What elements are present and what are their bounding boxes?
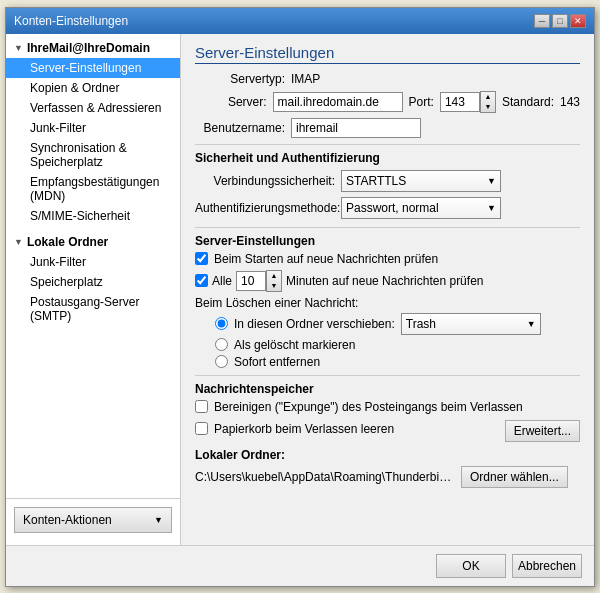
sidebar-item-kopien-ordner[interactable]: Kopien & Ordner <box>6 78 180 98</box>
radio3-label: Sofort entfernen <box>234 355 320 369</box>
verbindung-row: Verbindungssicherheit: STARTTLS ▼ <box>195 170 580 192</box>
sidebar-item-postausgang[interactable]: Postausgang-Server (SMTP) <box>6 292 180 326</box>
sicherheit-title: Sicherheit und Authentifizierung <box>195 151 580 165</box>
nachrichten-title: Nachrichtenspeicher <box>195 382 580 396</box>
sidebar-item-synchronisation[interactable]: Synchronisation & Speicherplatz <box>6 138 180 172</box>
lokaler-label: Lokaler Ordner: <box>195 448 285 462</box>
sidebar-item-smime-sicherheit[interactable]: S/MIME-Sicherheit <box>6 206 180 226</box>
lokale-header: ▼ Lokale Ordner <box>6 232 180 252</box>
trash-select-value: Trash <box>406 317 436 331</box>
radio2-row: Als gelöscht markieren <box>215 338 580 352</box>
benutzer-input[interactable] <box>291 118 421 138</box>
port-input[interactable] <box>440 92 480 112</box>
divider-1 <box>195 144 580 145</box>
server-input[interactable] <box>273 92 403 112</box>
nachrichten-cb2-row: Papierkorb beim Verlassen leeren <box>195 422 394 436</box>
radio1-row: In diesen Ordner verschieben: Trash ▼ <box>215 313 580 335</box>
port-spin-arrows: ▲ ▼ <box>480 91 496 113</box>
servertyp-value: IMAP <box>291 72 320 86</box>
radio1-label: In diesen Ordner verschieben: <box>234 317 395 331</box>
radio3-row: Sofort entfernen <box>215 355 580 369</box>
konten-aktionen-label: Konten-Aktionen <box>23 513 112 527</box>
account-header-label: IhreMail@IhreDomain <box>27 41 150 55</box>
lokale-header-label: Lokale Ordner <box>27 235 108 249</box>
left-panel-bottom: Konten-Aktionen ▼ <box>6 498 180 541</box>
ok-button[interactable]: OK <box>436 554 506 578</box>
checkbox1-row: Beim Starten auf neue Nachrichten prüfen <box>195 252 580 266</box>
trash-dropdown-arrow-icon: ▼ <box>527 319 536 329</box>
konten-aktionen-button[interactable]: Konten-Aktionen ▼ <box>14 507 172 533</box>
radio2-label: Als gelöscht markieren <box>234 338 355 352</box>
close-button[interactable]: ✕ <box>570 14 586 28</box>
abbrechen-button[interactable]: Abbrechen <box>512 554 582 578</box>
minutes-spin-down[interactable]: ▼ <box>267 281 281 291</box>
checkbox1[interactable] <box>195 252 208 265</box>
radio3[interactable] <box>215 355 228 368</box>
minimize-button[interactable]: ─ <box>534 14 550 28</box>
radio2[interactable] <box>215 338 228 351</box>
nachrichten-section: Nachrichtenspeicher Bereinigen ("Expunge… <box>195 382 580 442</box>
sidebar-item-junk-filter[interactable]: Junk-Filter <box>6 118 180 138</box>
account-arrow-icon: ▼ <box>14 43 23 53</box>
ordner-waehlen-button[interactable]: Ordner wählen... <box>461 466 568 488</box>
checkbox2[interactable] <box>195 274 208 287</box>
benutzer-label: Benutzername: <box>195 121 285 135</box>
title-bar-buttons: ─ □ ✕ <box>534 14 586 28</box>
erweitert-button[interactable]: Erweitert... <box>505 420 580 442</box>
divider-3 <box>195 375 580 376</box>
checkbox2-row: Alle ▲ ▼ Minuten auf neue Nachrichten pr… <box>195 270 580 292</box>
window-title: Konten-Einstellungen <box>14 14 128 28</box>
verbindung-dropdown-arrow-icon: ▼ <box>487 176 496 186</box>
radio1[interactable] <box>215 317 228 330</box>
minutes-spin-up[interactable]: ▲ <box>267 271 281 281</box>
port-spinbox: ▲ ▼ <box>440 91 496 113</box>
left-panel: ▼ IhreMail@IhreDomain Server-Einstellung… <box>6 34 181 545</box>
nachrichten-cb1-row: Bereinigen ("Expunge") des Posteingangs … <box>195 400 523 414</box>
auth-dropdown-arrow-icon: ▼ <box>487 203 496 213</box>
auth-label: Authentifizierungsmethode: <box>195 201 335 215</box>
title-bar: Konten-Einstellungen ─ □ ✕ <box>6 8 594 34</box>
checkbox1-label: Beim Starten auf neue Nachrichten prüfen <box>214 252 438 266</box>
loeschen-title: Beim Löschen einer Nachricht: <box>195 296 580 310</box>
sidebar-item-verfassen-adressieren[interactable]: Verfassen & Adressieren <box>6 98 180 118</box>
minutes-spin-arrows: ▲ ▼ <box>266 270 282 292</box>
sidebar-item-speicherplatz[interactable]: Speicherplatz <box>6 272 180 292</box>
dialog-body: ▼ IhreMail@IhreDomain Server-Einstellung… <box>6 34 594 545</box>
port-spin-up[interactable]: ▲ <box>481 92 495 102</box>
section-title: Server-Einstellungen <box>195 44 580 64</box>
port-spin-down[interactable]: ▼ <box>481 102 495 112</box>
radio-group: In diesen Ordner verschieben: Trash ▼ Al… <box>195 313 580 369</box>
nachrichten-rows: Bereinigen ("Expunge") des Posteingangs … <box>195 400 580 442</box>
lokaler-path: C:\Users\kuebel\AppData\Roaming\Thunderb… <box>195 470 455 484</box>
servertyp-row: Servertyp: IMAP <box>195 72 580 86</box>
sicherheit-subsection: Sicherheit und Authentifizierung Verbind… <box>195 151 580 219</box>
nachrichten-cb1[interactable] <box>195 400 208 413</box>
verbindung-select-value: STARTTLS <box>346 174 406 188</box>
sidebar-item-server-einstellungen[interactable]: Server-Einstellungen <box>6 58 180 78</box>
nachrichten-cb2-label: Papierkorb beim Verlassen leeren <box>214 422 394 436</box>
verbindung-select[interactable]: STARTTLS ▼ <box>341 170 501 192</box>
auth-select[interactable]: Passwort, normal ▼ <box>341 197 501 219</box>
sidebar-item-junk-filter-local[interactable]: Junk-Filter <box>6 252 180 272</box>
auth-select-value: Passwort, normal <box>346 201 439 215</box>
standard-label: Standard: <box>502 95 554 109</box>
servertyp-label: Servertyp: <box>195 72 285 86</box>
path-row: C:\Users\kuebel\AppData\Roaming\Thunderb… <box>195 466 580 488</box>
standard-value: 143 <box>560 95 580 109</box>
lokaler-row: Lokaler Ordner: <box>195 448 580 462</box>
server-label: Server: <box>195 95 267 109</box>
nachrichten-cb2[interactable] <box>195 422 208 435</box>
sidebar-item-empfang-mdn[interactable]: Empfangsbestätigungen (MDN) <box>6 172 180 206</box>
konten-dropdown-arrow-icon: ▼ <box>154 515 163 525</box>
right-panel: Server-Einstellungen Servertyp: IMAP Ser… <box>181 34 594 545</box>
dialog-footer: OK Abbrechen <box>6 545 594 586</box>
minutes-input[interactable] <box>236 271 266 291</box>
trash-select[interactable]: Trash ▼ <box>401 313 541 335</box>
benutzer-row: Benutzername: <box>195 118 580 138</box>
nachrichten-cb1-label: Bereinigen ("Expunge") des Posteingangs … <box>214 400 523 414</box>
minutes-spinbox: ▲ ▼ <box>236 270 282 292</box>
divider-2 <box>195 227 580 228</box>
dialog-window: Konten-Einstellungen ─ □ ✕ ▼ IhreMail@Ih… <box>5 7 595 587</box>
server-settings-title: Server-Einstellungen <box>195 234 580 248</box>
maximize-button[interactable]: □ <box>552 14 568 28</box>
